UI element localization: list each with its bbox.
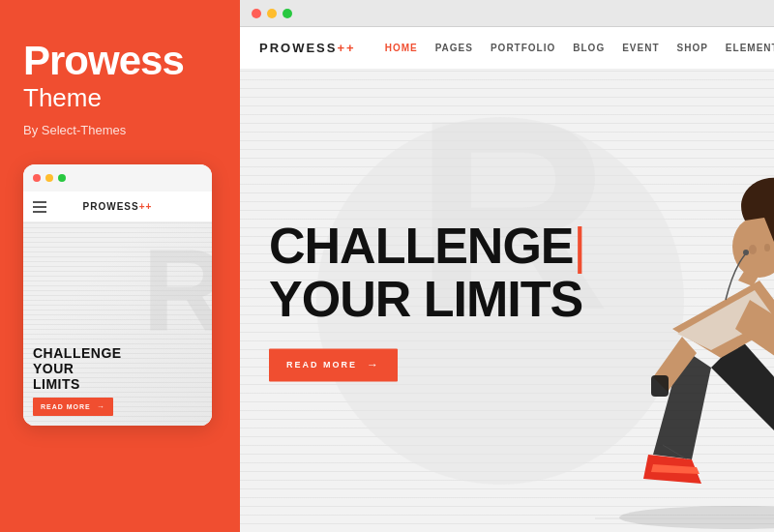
desktop-logo: PROWESS++ (259, 41, 356, 55)
browser-dot-green (283, 9, 292, 18)
mobile-preview-card: PROWESS++ R CHALLENGEYOURLIMITS READ MOR… (23, 164, 212, 426)
browser-dot-yellow (267, 9, 277, 18)
theme-title: Prowess (23, 39, 217, 83)
theme-subtitle: Theme (23, 83, 217, 113)
desktop-hero: R CHALLENGE| YOUR LIMITS READ MORE → (240, 70, 774, 532)
mobile-topbar (23, 164, 212, 192)
mobile-big-letter: R (142, 232, 212, 348)
mobile-arrow-right-icon: → (97, 402, 105, 411)
nav-link-portfolio[interactable]: PORTFOLIO (491, 43, 555, 53)
svg-point-4 (749, 245, 757, 254)
browser-dot-red (252, 9, 261, 18)
hero-content: CHALLENGE| YOUR LIMITS READ MORE → (269, 220, 585, 381)
desktop-nav: PROWESS++ HOME PAGES PORTFOLIO BLOG EVEN… (240, 27, 774, 70)
theme-author: By Select-Themes (23, 123, 217, 137)
cursor-icon: | (574, 218, 586, 274)
mobile-hero: R CHALLENGEYOURLIMITS READ MORE → (23, 222, 212, 426)
mobile-dot-green (58, 174, 66, 182)
hero-headline: CHALLENGE| YOUR LIMITS (269, 220, 585, 325)
nav-link-home[interactable]: HOME (385, 43, 418, 53)
nav-link-elements[interactable]: ELEMENTS (726, 43, 774, 53)
read-more-button[interactable]: READ MORE → (269, 349, 398, 382)
theme-title-group: Prowess Theme By Select-Themes (23, 39, 217, 164)
left-panel: Prowess Theme By Select-Themes PROWESS++… (0, 0, 240, 532)
mobile-hero-content: CHALLENGEYOURLIMITS READ MORE → (23, 345, 212, 426)
mobile-nav: PROWESS++ (23, 192, 212, 222)
mobile-hamburger-icon[interactable] (33, 201, 46, 213)
nav-link-blog[interactable]: BLOG (573, 43, 605, 53)
mobile-dot-yellow (45, 174, 53, 182)
browser-content: PROWESS++ HOME PAGES PORTFOLIO BLOG EVEN… (240, 27, 774, 532)
mobile-dot-red (33, 174, 41, 182)
nav-link-shop[interactable]: SHOP (677, 43, 708, 53)
arrow-right-icon: → (367, 359, 380, 372)
mobile-headline: CHALLENGEYOURLIMITS (33, 345, 202, 392)
browser-topbar (240, 0, 774, 27)
mobile-logo: PROWESS++ (83, 201, 153, 212)
athlete-image (595, 155, 774, 532)
svg-point-5 (764, 244, 770, 251)
svg-point-0 (619, 506, 774, 529)
desktop-nav-links: HOME PAGES PORTFOLIO BLOG EVENT SHOP ELE… (385, 43, 774, 53)
mobile-read-more-button[interactable]: READ MORE → (33, 398, 113, 416)
right-panel: PROWESS++ HOME PAGES PORTFOLIO BLOG EVEN… (240, 0, 774, 532)
svg-rect-1 (651, 375, 669, 397)
nav-link-event[interactable]: EVENT (622, 43, 659, 53)
nav-link-pages[interactable]: PAGES (435, 43, 473, 53)
svg-point-6 (743, 250, 749, 255)
